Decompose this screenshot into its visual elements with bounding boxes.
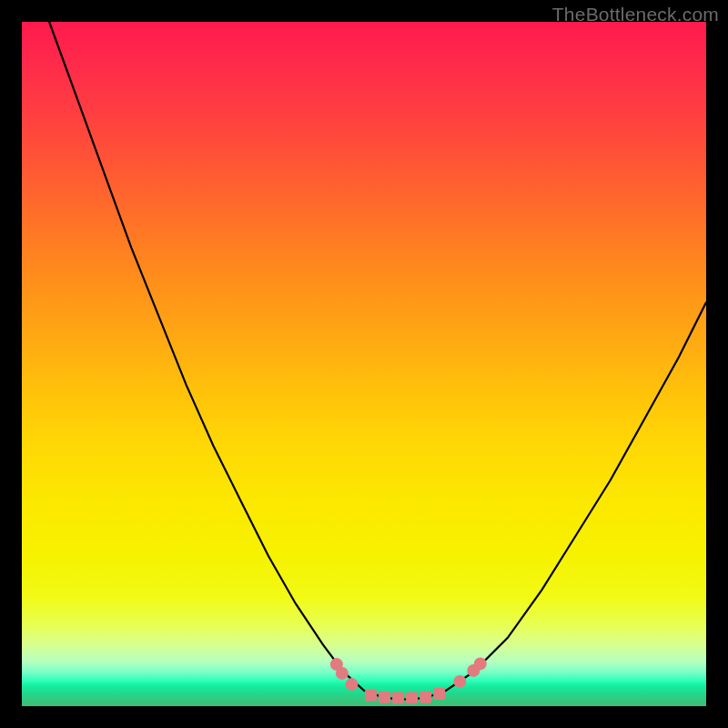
- curve-marker: [433, 688, 445, 700]
- curve-marker: [346, 678, 359, 691]
- curve-marker: [420, 692, 431, 703]
- curve-line: [49, 22, 706, 700]
- curve-marker: [365, 690, 377, 702]
- chart-svg: [22, 22, 706, 706]
- curve-marker: [379, 692, 390, 703]
- curve-marker: [336, 667, 349, 680]
- chart-frame: TheBottleneck.com: [0, 0, 728, 728]
- plot-area: [22, 22, 706, 706]
- curve-marker: [392, 693, 404, 704]
- curve-marker: [474, 657, 487, 670]
- curve-marker: [406, 693, 418, 704]
- watermark-text: TheBottleneck.com: [552, 4, 719, 25]
- curve-marker: [453, 675, 466, 688]
- marker-group: [330, 657, 487, 703]
